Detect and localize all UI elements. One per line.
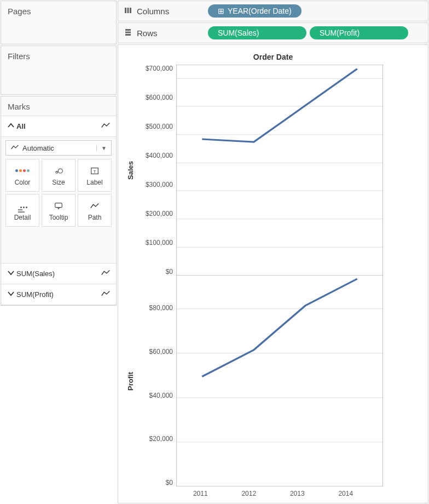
size-icon [54, 165, 63, 177]
mark-label-button[interactable]: T Label [78, 159, 112, 192]
y-tick: $100,000 [137, 239, 176, 268]
line-chart-icon [101, 289, 111, 300]
mark-tooltip-label: Tooltip [49, 214, 68, 221]
filters-shelf[interactable]: Filters [1, 45, 117, 95]
path-icon [90, 200, 100, 212]
y-tick: $20,000 [137, 435, 176, 479]
svg-point-1 [58, 168, 62, 173]
mark-size-button[interactable]: Size [42, 159, 76, 192]
mark-label-label: Label [86, 179, 102, 186]
svg-rect-4 [55, 203, 62, 207]
svg-rect-9 [125, 31, 131, 33]
caret-down-icon [7, 269, 14, 278]
pill-year-order-date[interactable]: ⊞ YEAR(Order Date) [208, 4, 302, 18]
y-tick: $0 [137, 479, 176, 486]
y-axis-sales: $700,000$600,000$500,000$400,000$300,000… [137, 65, 176, 276]
mark-detail-button[interactable]: Detail [5, 194, 39, 227]
mark-path-label: Path [88, 214, 102, 221]
rows-label: Rows [137, 28, 208, 38]
caret-down-icon [7, 290, 14, 299]
pages-shelf[interactable]: Pages [1, 1, 117, 44]
sales-plot[interactable]: $700,000$600,000$500,000$400,000$300,000… [137, 65, 383, 276]
measure-profit-label: SUM(Profit) [14, 290, 101, 299]
color-icon [15, 165, 30, 177]
x-tick: 2013 [273, 486, 322, 503]
mark-type-dropdown[interactable]: Automatic ▼ [5, 140, 112, 156]
y-axis-label-profit: Profit [126, 372, 135, 391]
y-tick: $400,000 [137, 152, 176, 181]
y-tick: $500,000 [137, 123, 176, 152]
y-tick: $700,000 [137, 65, 176, 94]
x-tick: 2014 [322, 486, 370, 503]
svg-rect-5 [125, 8, 126, 13]
x-tick: 2012 [225, 486, 274, 503]
svg-rect-7 [130, 8, 131, 13]
dropdown-arrow-icon: ▼ [96, 145, 107, 151]
mark-type-label: Automatic [22, 144, 54, 152]
detail-icon [20, 200, 26, 212]
svg-rect-6 [127, 8, 129, 13]
marks-grid: Color Size T Label [1, 159, 116, 230]
marks-all-row[interactable]: All [1, 116, 116, 137]
label-icon: T [90, 165, 100, 177]
x-tick: 2011 [176, 486, 225, 503]
y-axis-label-sales: Sales [126, 161, 135, 180]
plus-icon: ⊞ [218, 7, 224, 15]
pages-title: Pages [1, 1, 116, 19]
tooltip-icon [54, 200, 63, 212]
pill-sum-sales[interactable]: SUM(Sales) [208, 26, 306, 39]
chart-title: Order Date [124, 50, 422, 65]
profit-plot[interactable]: $80,000$60,000$40,000$20,000$0 [137, 276, 383, 486]
profit-chart-svg [176, 276, 383, 486]
y-tick: $200,000 [137, 210, 176, 239]
rows-shelf[interactable]: Rows SUM(Sales) SUM(Profit) [118, 22, 428, 43]
y-tick: $40,000 [137, 392, 176, 436]
svg-rect-8 [125, 29, 131, 31]
y-tick: $0 [137, 268, 176, 276]
svg-point-0 [56, 171, 58, 173]
y-tick: $600,000 [137, 94, 176, 123]
marks-measure-sales[interactable]: SUM(Sales) [1, 263, 116, 284]
svg-text:T: T [94, 169, 96, 174]
chart-area: Order Date Sales Profit $700,000$600,000… [118, 44, 428, 503]
line-chart-icon [101, 268, 111, 279]
y-tick: $300,000 [137, 181, 176, 210]
svg-rect-10 [125, 34, 131, 36]
rows-icon [124, 28, 134, 38]
caret-up-icon [7, 122, 14, 131]
pill-sum-profit[interactable]: SUM(Profit) [310, 26, 408, 39]
columns-icon [124, 7, 134, 16]
measure-sales-label: SUM(Sales) [14, 270, 101, 278]
filters-title: Filters [1, 46, 116, 64]
line-chart-icon [10, 144, 19, 153]
mark-tooltip-button[interactable]: Tooltip [42, 194, 76, 227]
pill-label: YEAR(Order Date) [228, 7, 292, 15]
columns-shelf[interactable]: Columns ⊞ YEAR(Order Date) [118, 1, 428, 21]
y-tick: $80,000 [137, 304, 176, 348]
sales-chart-svg [176, 65, 383, 276]
marks-card: Marks All Automatic ▼ [1, 96, 117, 306]
y-tick: $60,000 [137, 348, 176, 392]
mark-color-button[interactable]: Color [5, 159, 39, 192]
pill-label: SUM(Sales) [218, 28, 259, 37]
x-axis: 2011201220132014 [124, 486, 370, 503]
mark-color-label: Color [15, 179, 31, 186]
mark-path-button[interactable]: Path [78, 194, 112, 227]
marks-measure-profit[interactable]: SUM(Profit) [1, 284, 116, 305]
marks-all-label: All [14, 122, 101, 130]
mark-detail-label: Detail [14, 214, 31, 221]
pill-label: SUM(Profit) [320, 28, 360, 37]
mark-size-label: Size [52, 179, 65, 186]
columns-label: Columns [137, 7, 208, 16]
marks-title: Marks [1, 96, 116, 116]
y-axis-profit: $80,000$60,000$40,000$20,000$0 [137, 276, 176, 486]
line-chart-icon [101, 121, 111, 132]
